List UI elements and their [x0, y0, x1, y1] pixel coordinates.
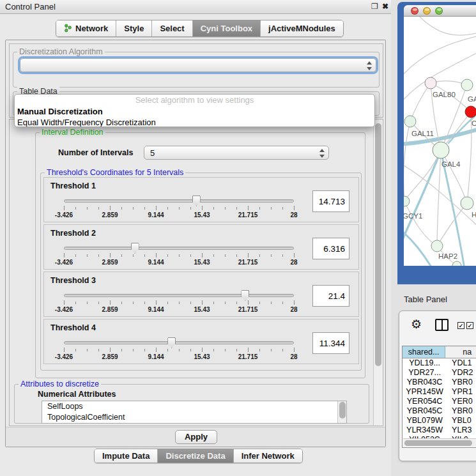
slider-track[interactable]: [64, 294, 294, 297]
column-layout-icon[interactable]: [435, 319, 449, 331]
tab-cyni-toolbox[interactable]: Cyni Toolbox: [193, 20, 261, 36]
threshold-1-label: Threshold 1: [50, 181, 96, 190]
list-item-topologicalcoefficient[interactable]: TopologicalCoefficient: [42, 412, 346, 423]
attributes-group: Attributes to discretize Numerical Attri…: [14, 384, 369, 424]
popup-item-equal-width-frequency[interactable]: Equal Width/Frequency Discretization: [15, 117, 374, 127]
scrollbar-thumb[interactable]: [375, 123, 381, 366]
table-row[interactable]: YBL079W YBL0: [403, 416, 476, 426]
slider-track[interactable]: [64, 341, 294, 344]
bottom-tab-bar: Impute Data Discretize Data Infer Networ…: [94, 449, 303, 463]
slider-track[interactable]: [64, 247, 294, 250]
threshold-slider[interactable]: -3.4262.8599.14415.4321.71528: [64, 245, 294, 268]
tab-select[interactable]: Select: [152, 20, 192, 36]
threshold-3-thumb[interactable]: [241, 290, 249, 301]
column-header-name[interactable]: na: [445, 346, 476, 358]
attributes-list-scrollbar[interactable]: [337, 401, 346, 423]
network-canvas[interactable]: GAL80GACGAL11GAL4GCY1HHAP2: [404, 17, 476, 266]
close-panel-icon[interactable]: ✖: [382, 2, 388, 11]
cell-shared-name: YDR27...: [403, 368, 447, 378]
tab-infer-network-label: Infer Network: [242, 451, 295, 461]
tab-discretize-data[interactable]: Discretize Data: [158, 449, 233, 463]
svg-text:GAL4: GAL4: [441, 160, 461, 168]
network-icon: [64, 24, 72, 33]
table-row[interactable]: YDR27... YDR2: [403, 368, 476, 378]
network-window-titlebar[interactable]: [404, 5, 476, 17]
svg-text:GAL80: GAL80: [433, 91, 456, 98]
checkbox-icon[interactable]: ✓: [457, 322, 464, 329]
table-row[interactable]: YDL19... YDL1: [403, 358, 476, 368]
application-root: Control Panel ❐ ✖ Network Style Se: [0, 0, 476, 476]
threshold-1-thumb[interactable]: [192, 196, 201, 206]
gear-icon[interactable]: ⚙: [411, 318, 422, 330]
threshold-2-thumb[interactable]: [131, 243, 139, 254]
svg-text:C: C: [472, 119, 476, 127]
threshold-2-value-field[interactable]: 6.316: [312, 238, 349, 259]
tab-style-label: Style: [124, 24, 144, 33]
algorithm-combobox[interactable]: [20, 58, 376, 72]
svg-text:HAP2: HAP2: [438, 252, 457, 260]
slider-track[interactable]: [64, 199, 294, 203]
tab-jactivemnodules[interactable]: jActiveMNodules: [261, 20, 343, 36]
interval-definition-group: Interval Definition Number of Intervals …: [35, 132, 365, 378]
apply-button[interactable]: Apply: [175, 430, 217, 444]
network-window-frame[interactable]: GAL80GACGAL11GAL4GCY1HHAP2: [397, 2, 476, 284]
cell-name: YBR0: [447, 378, 476, 387]
tab-impute-data[interactable]: Impute Data: [95, 449, 158, 463]
combobox-arrows-icon[interactable]: [366, 61, 372, 70]
threshold-3-label: Threshold 3: [50, 276, 96, 285]
cell-shared-name: YBR043C: [403, 378, 447, 387]
scrollbar-thumb[interactable]: [404, 440, 472, 446]
thresholds-group-title: Threshold's Coordinates for 5 Intervals: [45, 168, 185, 177]
svg-text:GA: GA: [468, 95, 476, 103]
table-row[interactable]: YBR045C YBR0: [403, 406, 476, 416]
number-of-intervals-combobox[interactable]: 5: [144, 146, 329, 160]
threshold-3-value-field[interactable]: 21.4: [312, 285, 349, 307]
list-item-selfloops[interactable]: SelfLoops: [42, 401, 346, 412]
cell-name: YBL0: [447, 416, 476, 426]
tab-jactivemnodules-label: jActiveMNodules: [268, 24, 335, 33]
tab-select-label: Select: [160, 24, 184, 33]
threshold-4-thumb[interactable]: [167, 337, 176, 348]
threshold-slider[interactable]: -3.4262.8599.14415.4321.71528: [64, 340, 294, 363]
table-row[interactable]: YPR145W YPR1: [403, 387, 476, 397]
threshold-4-label: Threshold 4: [50, 323, 96, 332]
threshold-slider[interactable]: -3.4262.8599.14415.4321.71528: [64, 293, 294, 316]
slider-tick-labels: -3.4262.8599.14415.4321.71528: [64, 211, 294, 219]
popup-item-manual-discretization[interactable]: Manual Discretization: [15, 106, 374, 117]
settings-scrollbar[interactable]: [373, 119, 383, 426]
close-traffic-light-icon[interactable]: [411, 7, 418, 15]
threshold-4-value-field[interactable]: 11.344: [312, 332, 349, 354]
table-row[interactable]: YER054C YER0: [403, 397, 476, 406]
list-item-betweennesscentrality[interactable]: BetweennessCentrality: [42, 423, 346, 424]
combobox-arrows-icon[interactable]: [319, 149, 325, 158]
slider-tick-labels: -3.4262.8599.14415.4321.71528: [64, 306, 294, 314]
zoom-traffic-light-icon[interactable]: [435, 7, 443, 15]
threshold-slider[interactable]: -3.4262.8599.14415.4321.71528: [64, 198, 294, 221]
table-horizontal-scrollbar[interactable]: [403, 438, 476, 447]
minimize-traffic-light-icon[interactable]: [423, 7, 431, 15]
cell-name: YBR0: [447, 406, 476, 416]
tab-style[interactable]: Style: [116, 20, 152, 36]
network-canvas-svg[interactable]: GAL80GACGAL11GAL4GCY1HHAP2: [404, 17, 476, 266]
threshold-4-row: Threshold 4 -3.4262.8599.14415.4321.7152…: [43, 319, 359, 364]
node-table: shared... na YDL19... YDL1 YDR27... YDR2…: [402, 346, 476, 448]
cell-name: YDL1: [447, 358, 476, 368]
svg-text:GAL11: GAL11: [411, 130, 434, 137]
tab-network[interactable]: Network: [56, 20, 116, 36]
table-panel-title: Table Panel: [404, 295, 447, 304]
threshold-1-value-field[interactable]: 14.713: [312, 190, 349, 212]
float-window-icon[interactable]: ❐: [371, 2, 378, 11]
scrollbar-thumb[interactable]: [339, 402, 346, 418]
table-row[interactable]: YBR043C YBR0: [403, 378, 476, 387]
checkbox-icon[interactable]: ✓: [466, 322, 473, 329]
tab-impute-data-label: Impute Data: [102, 451, 150, 461]
tab-infer-network[interactable]: Infer Network: [234, 449, 302, 463]
numerical-attributes-list: SelfLoops TopologicalCoefficient Between…: [42, 401, 347, 424]
table-row[interactable]: YLR345W YLR3: [403, 426, 476, 435]
column-header-shared-name[interactable]: shared...: [403, 346, 445, 358]
table-panel: ⚙ ✓ ✓ shared... na YDL19... YDL1 YDR27..…: [399, 311, 476, 461]
threshold-2-label: Threshold 2: [50, 229, 96, 238]
cell-name: YER0: [447, 397, 476, 406]
cell-shared-name: YDL19...: [403, 358, 447, 368]
threshold-3-row: Threshold 3 -3.4262.8599.14415.4321.7152…: [43, 272, 359, 317]
